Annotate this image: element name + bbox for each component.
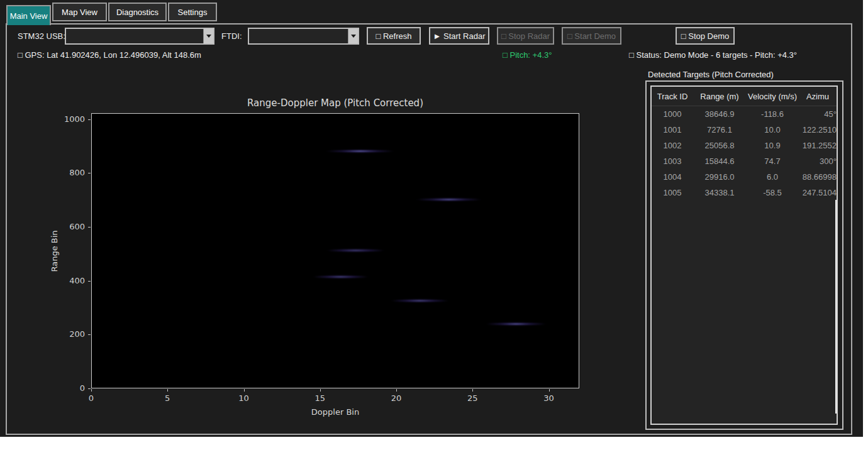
y-tick bbox=[88, 227, 91, 228]
table-row[interactable]: 100225056.810.9191.2552 bbox=[652, 138, 837, 153]
table-cell: 88.66998 bbox=[799, 169, 837, 185]
app-window: Main ViewMap ViewDiagnosticsSettings STM… bbox=[0, 0, 863, 437]
column-header-range-m-[interactable]: Range (m) bbox=[693, 87, 746, 106]
table-cell: 1003 bbox=[652, 153, 693, 169]
table-row[interactable]: 100429916.06.088.66998 bbox=[652, 169, 837, 185]
table-cell: 15844.6 bbox=[693, 153, 746, 169]
tab-settings[interactable]: Settings bbox=[168, 3, 217, 21]
table-cell: 1004 bbox=[652, 169, 693, 185]
column-header-azimu[interactable]: Azimu bbox=[799, 87, 837, 106]
chevron-down-icon[interactable] bbox=[348, 29, 358, 43]
table-cell: 247.5104 bbox=[799, 185, 837, 200]
x-axis-label: Doppler Bin bbox=[91, 407, 579, 417]
column-header-track-id[interactable]: Track ID bbox=[652, 87, 693, 106]
x-tick bbox=[320, 389, 321, 392]
table-cell: 38646.9 bbox=[693, 106, 746, 122]
y-tick-label: 600 bbox=[57, 222, 85, 231]
column-header-velocity-m-s-[interactable]: Velocity (m/s) bbox=[746, 87, 799, 106]
table-cell: 1005 bbox=[652, 185, 693, 200]
x-tick bbox=[396, 389, 397, 392]
pitch-indicator-text: □ Pitch: +4.3° bbox=[503, 50, 552, 60]
target-return-streak bbox=[391, 299, 449, 302]
y-tick bbox=[88, 173, 91, 173]
table-cell: 10.9 bbox=[746, 138, 799, 153]
x-tick-label: 0 bbox=[82, 393, 101, 403]
target-return-streak bbox=[416, 198, 482, 201]
table-cell: -58.5 bbox=[746, 185, 799, 200]
targets-panel-caption: Detected Targets (Pitch Corrected) bbox=[648, 70, 774, 79]
x-tick bbox=[244, 389, 245, 392]
table-cell: 34338.1 bbox=[693, 185, 746, 200]
x-tick-label: 20 bbox=[387, 393, 406, 403]
table-cell: 1002 bbox=[652, 138, 693, 153]
stop-radar-button[interactable]: □ Stop Radar bbox=[497, 27, 554, 45]
table-cell: 45° bbox=[799, 106, 837, 122]
x-tick-label: 10 bbox=[235, 393, 253, 403]
stop-demo-button[interactable]: □ Stop Demo bbox=[676, 27, 735, 45]
table-cell: -118.6 bbox=[746, 106, 799, 122]
table-cell: 1001 bbox=[652, 122, 693, 138]
chart-title: Range-Doppler Map (Pitch Corrected) bbox=[91, 97, 579, 109]
target-return-streak bbox=[313, 275, 369, 278]
x-tick bbox=[91, 389, 92, 392]
y-tick-label: 1000 bbox=[57, 114, 85, 124]
gps-status-text: □ GPS: Lat 41.902426, Lon 12.496039, Alt… bbox=[18, 50, 201, 60]
table-cell: 29916.0 bbox=[693, 169, 746, 185]
x-tick bbox=[167, 389, 168, 392]
y-tick bbox=[88, 388, 91, 389]
y-tick bbox=[88, 334, 91, 335]
table-cell: 25056.8 bbox=[693, 138, 746, 153]
tab-map-view[interactable]: Map View bbox=[52, 3, 107, 21]
table-scrollbar[interactable] bbox=[835, 200, 837, 414]
screen: Main ViewMap ViewDiagnosticsSettings STM… bbox=[0, 0, 868, 450]
table-row[interactable]: 10017276.110.0122.2510 bbox=[652, 122, 837, 138]
x-tick-label: 25 bbox=[463, 393, 482, 403]
y-tick bbox=[88, 281, 91, 282]
x-tick-label: 15 bbox=[311, 393, 330, 403]
table-cell: 122.2510 bbox=[799, 122, 837, 138]
target-return-streak bbox=[326, 150, 394, 153]
chevron-down-icon[interactable] bbox=[203, 29, 213, 43]
y-tick-label: 400 bbox=[57, 276, 85, 285]
stm32-usb-label: STM32 USB: bbox=[18, 31, 65, 41]
table-cell: 74.7 bbox=[746, 153, 799, 169]
y-tick bbox=[88, 119, 91, 120]
ftdi-label: FTDI: bbox=[221, 31, 242, 41]
y-axis-label: Range Bin bbox=[50, 220, 59, 283]
table-cell: 10.0 bbox=[746, 122, 799, 138]
range-doppler-heatmap[interactable] bbox=[91, 113, 579, 388]
x-tick-label: 5 bbox=[158, 393, 177, 403]
y-tick-label: 200 bbox=[57, 329, 85, 339]
stm32-usb-combobox[interactable] bbox=[65, 28, 214, 45]
x-tick bbox=[549, 389, 550, 392]
table-row[interactable]: 100038646.9-118.645° bbox=[652, 106, 837, 122]
demo-status-text: □ Status: Demo Mode - 6 targets - Pitch:… bbox=[629, 50, 797, 60]
table-row[interactable]: 100534338.1-58.5247.5104 bbox=[652, 185, 837, 200]
refresh-button[interactable]: □ Refresh bbox=[367, 27, 421, 45]
tab-diagnostics[interactable]: Diagnostics bbox=[108, 3, 167, 21]
table-cell: 7276.1 bbox=[693, 122, 746, 138]
tab-main-view[interactable]: Main View bbox=[6, 5, 51, 25]
y-tick-label: 800 bbox=[57, 168, 85, 177]
start-demo-button[interactable]: □ Start Demo bbox=[562, 27, 621, 45]
ftdi-combobox[interactable] bbox=[248, 28, 359, 45]
targets-table-header: Track IDRange (m)Velocity (m/s)Azimu bbox=[652, 87, 837, 106]
table-cell: 300° bbox=[799, 153, 837, 169]
target-return-streak bbox=[486, 322, 547, 326]
x-tick-label: 30 bbox=[540, 393, 559, 403]
table-cell: 191.2552 bbox=[799, 138, 837, 153]
table-cell: 6.0 bbox=[746, 169, 799, 185]
table-cell: 1000 bbox=[652, 106, 693, 122]
target-return-streak bbox=[326, 249, 385, 252]
start-radar-button[interactable]: ► Start Radar bbox=[429, 27, 489, 45]
y-tick-label: 0 bbox=[57, 383, 85, 393]
x-tick bbox=[472, 389, 473, 392]
table-row[interactable]: 100315844.674.7300° bbox=[652, 153, 837, 169]
